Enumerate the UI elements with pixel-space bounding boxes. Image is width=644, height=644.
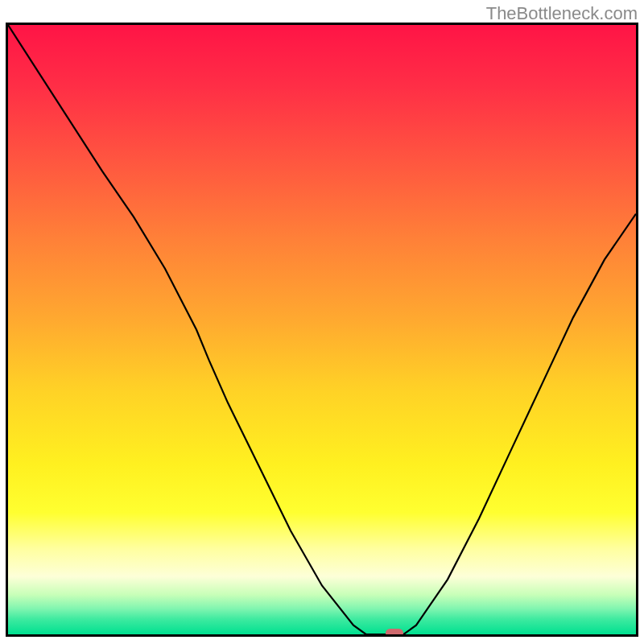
- minimum-marker: [386, 629, 403, 635]
- curve-line: [8, 25, 636, 634]
- chart-container: TheBottleneck.com: [0, 0, 644, 644]
- plot-area: [6, 23, 638, 637]
- plot-inner: [8, 25, 636, 634]
- watermark-text: TheBottleneck.com: [486, 3, 638, 24]
